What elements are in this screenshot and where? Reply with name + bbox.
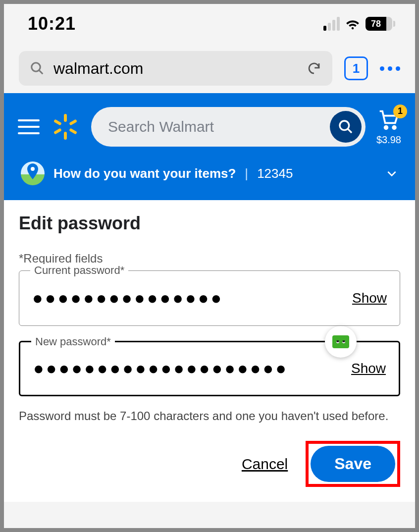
status-bar: 10:21 78 [4, 4, 415, 44]
status-time: 10:21 [28, 13, 76, 34]
new-password-value: ●●●●●●●●●●●●●●●●●●●● [33, 358, 351, 379]
device-frame: 10:21 78 walmart.com 1 [4, 4, 415, 528]
battery-level: 78 [366, 17, 386, 31]
cart-total: $3.98 [376, 134, 401, 146]
current-password-label: Current password* [30, 264, 128, 277]
svg-rect-4 [69, 119, 77, 125]
search-icon [338, 119, 354, 135]
search-placeholder: Search Walmart [108, 118, 214, 135]
form-actions: Cancel Save [19, 441, 400, 487]
cellular-signal-icon [323, 17, 340, 31]
svg-point-0 [32, 63, 41, 72]
svg-rect-2 [64, 114, 67, 122]
new-password-show-toggle[interactable]: Show [351, 361, 386, 376]
svg-point-10 [385, 126, 388, 129]
fulfillment-prompt: How do you want your items? [53, 166, 236, 181]
fulfillment-separator: | [245, 166, 248, 181]
menu-icon[interactable] [18, 116, 40, 138]
browser-toolbar: walmart.com 1 [4, 44, 415, 93]
status-right: 78 [323, 15, 395, 33]
cart-count-badge: 1 [393, 105, 407, 118]
svg-point-12 [31, 167, 35, 171]
address-bar[interactable]: walmart.com [19, 51, 332, 86]
page-title: Edit password [19, 213, 400, 234]
save-button[interactable]: Save [311, 446, 395, 482]
cart-icon: 1 [376, 108, 401, 132]
cart-button[interactable]: 1 $3.98 [376, 108, 401, 146]
password-manager-icon[interactable] [325, 326, 357, 358]
site-header: Search Walmart 1 $3.98 How do you want y… [4, 93, 415, 200]
battery-icon: 78 [366, 17, 395, 31]
reload-icon[interactable] [307, 61, 321, 76]
required-note: *Required fields [19, 252, 400, 266]
more-menu-icon[interactable] [380, 66, 400, 71]
current-password-show-toggle[interactable]: Show [352, 290, 387, 306]
svg-line-1 [39, 70, 43, 74]
new-password-label: New password* [31, 335, 115, 348]
location-pin-icon [21, 161, 45, 185]
search-icon [30, 61, 45, 76]
svg-line-9 [348, 129, 352, 133]
tabs-button[interactable]: 1 [344, 56, 368, 80]
fulfillment-bar[interactable]: How do you want your items? | 12345 [18, 147, 401, 200]
svg-rect-5 [53, 128, 62, 134]
current-password-value: ●●●●●●●●●●●●●●● [32, 288, 352, 309]
current-password-field-wrap: Current password* ●●●●●●●●●●●●●●● Show [19, 270, 400, 326]
password-hint: Password must be 7-100 characters and on… [19, 409, 400, 423]
address-url: walmart.com [53, 59, 298, 78]
tab-count: 1 [353, 61, 360, 76]
svg-rect-7 [69, 128, 77, 134]
svg-rect-3 [64, 132, 67, 140]
cancel-button[interactable]: Cancel [242, 456, 288, 473]
chevron-down-icon [385, 167, 398, 180]
walmart-logo-icon[interactable] [51, 112, 80, 142]
save-button-highlight: Save [306, 441, 400, 487]
search-button[interactable] [330, 111, 362, 143]
svg-rect-6 [53, 119, 62, 125]
wifi-icon [345, 15, 361, 33]
fulfillment-location: 12345 [257, 166, 293, 181]
new-password-field-wrap: New password* ●●●●●●●●●●●●●●●●●●●● Show [19, 341, 400, 396]
svg-point-8 [340, 121, 349, 130]
svg-point-11 [393, 126, 396, 129]
search-input[interactable]: Search Walmart [91, 107, 366, 147]
page-content: Edit password *Required fields Current p… [4, 200, 415, 502]
current-password-field[interactable]: Current password* ●●●●●●●●●●●●●●● Show [19, 270, 400, 326]
